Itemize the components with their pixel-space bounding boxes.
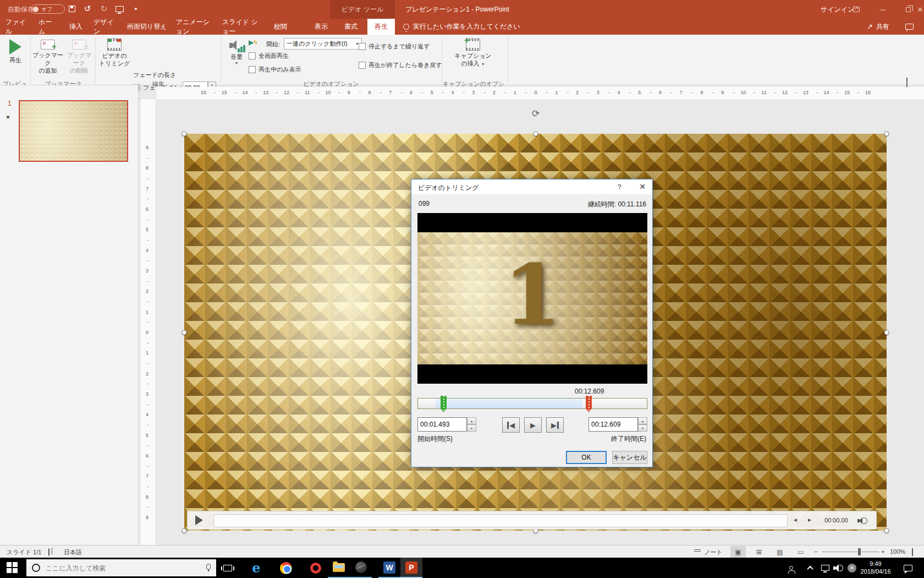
start-time-spinner[interactable]: ▲▼ <box>467 417 476 432</box>
trim-end-marker[interactable] <box>586 396 592 412</box>
chrome-taskbar-button[interactable] <box>275 558 297 578</box>
tab-animations[interactable]: アニメーション <box>175 19 215 35</box>
selection-handle[interactable] <box>182 132 187 137</box>
taskbar-clock[interactable]: 9:49 2018/04/16 <box>856 560 895 575</box>
selection-handle[interactable] <box>884 132 889 137</box>
people-tray-icon[interactable] <box>784 558 798 578</box>
notes-button[interactable]: ノート <box>704 548 723 557</box>
current-time-label: 00:12.609 <box>575 388 604 395</box>
action-center-icon[interactable] <box>901 558 915 578</box>
selection-handle[interactable] <box>884 528 889 533</box>
zoom-slider-handle[interactable] <box>858 548 861 555</box>
horizontal-ruler: 1615141312111098765432101234567891011121… <box>156 87 924 99</box>
media-volume-icon[interactable] <box>857 516 868 525</box>
trim-video-button[interactable]: ビデオの トリミング <box>98 37 131 68</box>
explorer-taskbar-button[interactable] <box>328 558 350 578</box>
media-forward-icon[interactable]: ▸ <box>808 516 811 524</box>
microphone-icon[interactable] <box>206 564 211 570</box>
previous-frame-button[interactable]: ◀ <box>502 417 520 433</box>
tell-me-box[interactable]: 実行したい作業を入力してください <box>403 19 520 35</box>
end-time-label: 終了時間(E) <box>611 434 646 444</box>
reading-view-icon[interactable]: ▤ <box>772 546 788 558</box>
zoom-slider-track[interactable] <box>822 552 879 552</box>
play-preview-button[interactable]: 再生 <box>4 37 26 64</box>
cancel-button[interactable]: キャンセル <box>612 451 647 464</box>
end-time-spinner[interactable]: ▲▼ <box>638 417 647 432</box>
checkbox-loop-until-stopped[interactable]: 停止するまで繰り返す <box>359 42 430 51</box>
ok-button[interactable]: OK <box>566 451 607 464</box>
add-bookmark-button[interactable]: ＋ ブックマーク の追加 <box>32 38 64 74</box>
dialog-help-icon[interactable]: ? <box>614 183 625 191</box>
tab-playback[interactable]: 再生 <box>367 19 395 35</box>
fit-to-window-icon[interactable] <box>912 549 913 555</box>
close-window-icon[interactable]: ✕ <box>916 0 924 19</box>
network-tray-icon[interactable] <box>819 558 831 578</box>
redo-icon[interactable]: ↻ <box>98 3 110 14</box>
selection-handle[interactable] <box>884 330 889 335</box>
zoom-out-icon[interactable]: − <box>814 548 817 555</box>
taskbar-search[interactable] <box>26 559 216 576</box>
ribbon-tab-row: ファイル ホーム 挿入 デザイン 画面切り替え アニメーション スライド ショー… <box>0 19 924 35</box>
tab-transitions[interactable]: 画面切り替え <box>125 19 168 35</box>
start-slideshow-icon[interactable] <box>113 3 125 14</box>
tab-slideshow[interactable]: スライド ショー <box>221 19 264 35</box>
media-play-icon[interactable] <box>195 515 203 525</box>
insert-caption-button[interactable]: ＋ キャプション の挿入 ▼ <box>452 37 494 68</box>
checkbox-hide-while-not-playing[interactable]: 再生中のみ表示 <box>249 66 301 74</box>
tab-review[interactable]: 校閲 <box>271 19 290 35</box>
caption-caret-icon: ▼ <box>481 62 485 66</box>
end-time-field[interactable] <box>588 417 638 432</box>
tab-format[interactable]: 書式 <box>341 19 361 35</box>
dialog-close-icon[interactable]: ✕ <box>636 182 649 191</box>
zoom-in-icon[interactable]: + <box>881 548 884 555</box>
volume-button[interactable]: 音量 ▼ <box>224 38 249 65</box>
globe-app-taskbar-button[interactable] <box>350 558 372 578</box>
rotation-handle-icon[interactable]: ⟳ <box>532 108 540 119</box>
trim-slider-track[interactable] <box>417 398 647 409</box>
zoom-level[interactable]: 100% <box>890 548 905 555</box>
selection-handle[interactable] <box>182 330 187 335</box>
media-progress-track[interactable] <box>213 514 788 527</box>
language-indicator[interactable]: 日本語 <box>64 548 82 557</box>
share-button[interactable]: ↗ 共有 <box>867 19 889 35</box>
autosave-toggle[interactable]: オフ <box>31 4 65 14</box>
trim-start-marker[interactable] <box>441 396 447 412</box>
comments-button[interactable] <box>905 19 914 35</box>
task-view-button[interactable] <box>217 558 239 578</box>
next-frame-button[interactable]: ▶ <box>546 417 564 433</box>
slide-1-thumbnail[interactable] <box>19 100 128 162</box>
opera-taskbar-button[interactable] <box>305 558 327 578</box>
checkbox-rewind-after-playing[interactable]: 再生が終了したら巻き戻す <box>359 61 442 69</box>
dialog-title-bar[interactable]: ビデオのトリミング ? ✕ <box>411 179 652 194</box>
tab-view[interactable]: 表示 <box>311 19 331 35</box>
ribbon-display-options-icon[interactable] <box>844 0 869 19</box>
slide-sorter-view-icon[interactable]: ⊞ <box>751 546 767 558</box>
checkbox-fullscreen[interactable]: 全画面再生 <box>249 52 289 60</box>
search-input[interactable] <box>46 564 172 572</box>
spellcheck-icon[interactable] <box>48 549 50 555</box>
video-frame: 1 <box>417 232 647 364</box>
word-taskbar-button[interactable]: W <box>378 558 400 578</box>
undo-icon[interactable]: ↺ <box>81 3 94 14</box>
save-icon[interactable] <box>66 3 78 14</box>
normal-view-icon[interactable]: ▣ <box>730 546 746 558</box>
tab-file[interactable]: ファイル <box>4 19 31 35</box>
start-time-field[interactable] <box>417 417 467 432</box>
start-option-dropdown[interactable]: 一連のクリック動作(I) ▼ <box>284 38 362 50</box>
media-back-icon[interactable]: ◂ <box>794 516 797 524</box>
selection-handle[interactable] <box>534 132 538 137</box>
selection-handle[interactable] <box>182 528 187 533</box>
powerpoint-taskbar-button[interactable]: P <box>400 558 422 578</box>
slideshow-view-icon[interactable]: ▭ <box>793 546 809 558</box>
tab-home[interactable]: ホーム <box>37 19 59 35</box>
globe-app-icon <box>355 561 367 573</box>
start-button-icon[interactable] <box>7 562 19 574</box>
tab-insert[interactable]: 挿入 <box>66 19 86 35</box>
dialog-play-button[interactable]: ▶ <box>524 417 542 433</box>
tray-expand-icon[interactable] <box>805 558 816 578</box>
edge-taskbar-button[interactable]: e <box>245 558 267 578</box>
volume-tray-icon[interactable] <box>832 558 845 578</box>
tab-design[interactable]: デザイン <box>92 19 119 35</box>
qat-customize-icon[interactable]: ▼ <box>130 3 142 14</box>
minimize-icon[interactable]: ─ <box>870 0 895 19</box>
